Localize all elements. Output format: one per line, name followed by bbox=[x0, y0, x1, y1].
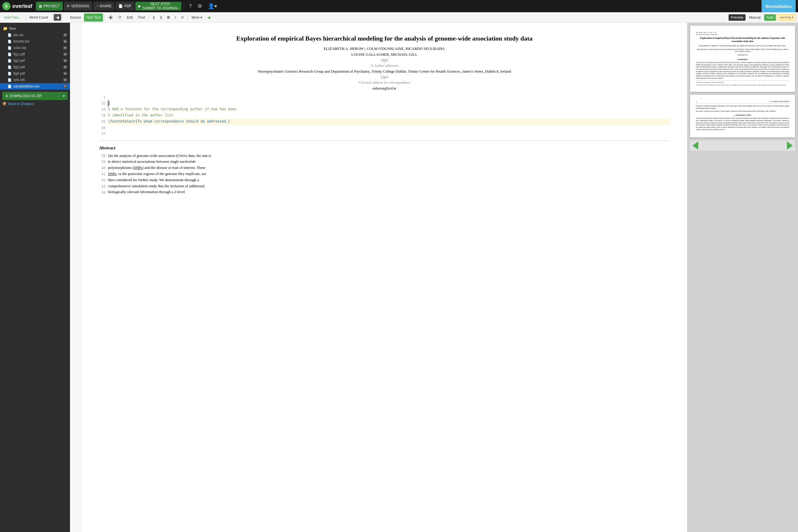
doc-bracket-1: [4pt] bbox=[99, 58, 670, 62]
preview-area: Biostatistics (2010), 0, 0, pp. 1–30 doi… bbox=[687, 23, 798, 532]
preview-journal: Biostatistics (2010), 0, 0, pp. 1–30 doi… bbox=[696, 32, 789, 36]
editor-line-34: % identified in the author list bbox=[108, 113, 670, 119]
insert-button[interactable]: ➕ bbox=[106, 14, 115, 22]
file-name: fig1.pdf bbox=[14, 52, 61, 56]
abstract-line-38: {In the analysis of genome-wide associat… bbox=[108, 153, 670, 159]
share-label: SHARE bbox=[99, 4, 111, 8]
editor-line-36 bbox=[108, 125, 670, 131]
folder-icon: 📁 bbox=[3, 26, 7, 31]
dropbox-label: Save to Dropbox bbox=[8, 102, 34, 106]
manual-button[interactable]: Manual bbox=[747, 14, 763, 21]
italic-button[interactable]: I bbox=[173, 14, 178, 22]
logo-icon: 6 bbox=[2, 2, 11, 10]
inline-editor-code[interactable]: | % Add a footnote for the corresponding… bbox=[108, 94, 670, 137]
prev-page-button[interactable] bbox=[692, 141, 698, 150]
file-name: samplebibtex.tex bbox=[14, 84, 61, 88]
editor-area: Exploration of empirical Bayes hierarchi… bbox=[70, 23, 687, 532]
rich-text-label: Rich Text bbox=[86, 16, 101, 20]
abstract-line-39: to detect statistical associations betwe… bbox=[108, 159, 670, 165]
files-folder[interactable]: 📁 files bbox=[0, 25, 70, 32]
download-zip-button[interactable]: ⬇ DOWNLOAD AS ZIP ▾ bbox=[2, 92, 68, 100]
auto-button[interactable]: Auto bbox=[764, 14, 776, 21]
file-type-icon: 📄 bbox=[7, 72, 12, 76]
sidebar-file-fig1-pdf[interactable]: 📄 fig1.pdf ▾ bbox=[0, 51, 70, 57]
biostatistics-button[interactable]: Biostatistics bbox=[762, 0, 796, 12]
share-button[interactable]: ↑ SHARE bbox=[93, 2, 114, 11]
sidebar-file-fig2-pdf[interactable]: 📄 fig2.pdf ▾ bbox=[0, 57, 70, 64]
versions-icon: ⟳ bbox=[67, 4, 70, 8]
doc-comment-2: % E-mail address for correspondence bbox=[99, 80, 670, 85]
file-dropdown-arrow[interactable]: ▾ bbox=[63, 65, 67, 69]
abstract-divider bbox=[99, 140, 670, 141]
next-page-button[interactable] bbox=[787, 141, 793, 150]
file-type-icon: 📄 bbox=[7, 33, 12, 37]
file-dropdown-arrow[interactable]: ▾ bbox=[63, 40, 67, 43]
editor-lines-section: 1 32 33 34 35 36 37 | % Add a footnote f… bbox=[99, 94, 670, 137]
sidebar-toggle-button[interactable]: ◀ bbox=[54, 14, 61, 21]
edit-button[interactable]: Edit bbox=[125, 14, 135, 22]
sidebar-file-bio-cls[interactable]: 📄 bio.cls ▾ bbox=[0, 32, 70, 38]
bold-button[interactable]: B bbox=[165, 14, 172, 22]
next-step-button[interactable]: ▶ NEXT STEP: SUBMIT TO JOURNAL bbox=[135, 2, 182, 11]
editor-line-37 bbox=[108, 131, 670, 137]
doc-authors-2: LOUISE GALLAGHER, MICHAEL GILL bbox=[99, 52, 670, 57]
sidebar-file-fig4-pdf[interactable]: 📄 fig4.pdf ▾ bbox=[0, 70, 70, 77]
section2-button[interactable]: § bbox=[158, 14, 165, 22]
sidebar-file-color-sty[interactable]: 📄 color.sty ▾ bbox=[0, 45, 70, 51]
more-button[interactable]: More ▾ bbox=[189, 14, 205, 22]
project-button[interactable]: ▦ PROJECT bbox=[36, 2, 63, 11]
file-type-icon: 📄 bbox=[7, 40, 12, 43]
file-dropdown-arrow[interactable]: ▾ bbox=[63, 84, 67, 88]
file-type-icon: 📄 bbox=[7, 53, 12, 56]
word-count-button[interactable]: Word Count bbox=[27, 14, 51, 21]
versions-button[interactable]: ⟳ VERSIONS bbox=[64, 2, 92, 11]
file-dropdown-arrow[interactable]: ▾ bbox=[63, 33, 67, 37]
file-name: fig3.pdf bbox=[14, 65, 61, 69]
rich-text-tab[interactable]: Rich Text bbox=[84, 14, 103, 22]
sidebar-file-samplebibtex-tex[interactable]: 📄 samplebibtex.tex ▾ bbox=[0, 83, 70, 90]
doc-bracket-2: [2pt] bbox=[99, 75, 670, 79]
logo-text: overleaf bbox=[12, 3, 32, 10]
preview-navigation bbox=[690, 140, 795, 151]
preview-keywords: Key words: Coronary artery disease; Croh… bbox=[696, 110, 789, 113]
file-dropdown-arrow[interactable]: ▾ bbox=[63, 72, 67, 75]
document-view[interactable]: Exploration of empirical Bayes hierarchi… bbox=[82, 23, 687, 532]
help-button[interactable]: ? bbox=[186, 2, 194, 11]
settings-button[interactable]: ⚙ bbox=[195, 2, 205, 11]
abstract-line-44: biologically relevant information throug… bbox=[108, 189, 670, 195]
file-dropdown-arrow[interactable]: ▾ bbox=[63, 59, 67, 62]
warning-badge[interactable]: warning ▾ bbox=[777, 15, 796, 20]
download-zip-arrow: ▾ bbox=[63, 94, 65, 98]
preview-button[interactable]: Preview bbox=[728, 14, 746, 21]
find-button[interactable]: Find bbox=[136, 14, 147, 22]
abstract-line-40: polymorphisms (SNPs) and the disease or … bbox=[108, 165, 670, 171]
add-files-button[interactable]: Add Files... bbox=[2, 14, 24, 21]
word-count-label: Word Count bbox=[30, 16, 48, 20]
sidebar-file-biorefs-bst[interactable]: 📄 biorefs.bst ▾ bbox=[0, 38, 70, 45]
save-dropbox-button[interactable]: 📦 Save to Dropbox bbox=[2, 102, 68, 106]
preview-authors: ELIZABETH A. HERON*, COLM O'DUSHLAINE, R… bbox=[696, 45, 789, 47]
preview-content: Biostatistics (2010), 0, 0, pp. 1–30 doi… bbox=[687, 23, 798, 532]
file-dropdown-arrow[interactable]: ▾ bbox=[63, 46, 67, 50]
share-icon: ↑ bbox=[96, 4, 98, 8]
math-button[interactable]: π bbox=[179, 14, 186, 22]
sidebar-file-fig3-pdf[interactable]: 📄 fig3.pdf ▾ bbox=[0, 64, 70, 70]
arrow-left-btn[interactable]: ◀ bbox=[205, 14, 212, 22]
sidebar-file-refs-bib[interactable]: 📄 refs.bib ▾ bbox=[0, 77, 70, 83]
doc-affiliation: Neuropsychiatric Genetics Research Group… bbox=[99, 69, 670, 74]
user-button[interactable]: 👤 ▾ bbox=[206, 2, 219, 11]
source-tab[interactable]: Source bbox=[68, 14, 83, 22]
pdf-button[interactable]: 📄 PDF bbox=[115, 2, 134, 11]
secondary-toolbar: Add Files... Word Count ◀ Source Rich Te… bbox=[0, 12, 798, 23]
file-dropdown-arrow[interactable]: ▾ bbox=[63, 53, 67, 56]
preview-affil: Neuropsychiatric Genetics Research Group… bbox=[696, 49, 789, 53]
history-button[interactable]: ⏱ bbox=[116, 14, 124, 22]
toolbar-sep-5 bbox=[188, 15, 188, 20]
abstract-title: Abstract bbox=[99, 146, 670, 151]
section-button[interactable]: § bbox=[151, 14, 157, 22]
preview-footnote: *To whom correspondence should be addres… bbox=[696, 80, 789, 86]
file-dropdown-arrow[interactable]: ▾ bbox=[63, 78, 67, 82]
top-bar: 6 overleaf ▦ PROJECT ⟳ VERSIONS ↑ SHARE … bbox=[0, 0, 798, 12]
preview-intro-text: Genome-wide association studies (GWASs) … bbox=[696, 117, 789, 131]
doc-title: Exploration of empirical Bayes hierarchi… bbox=[99, 34, 670, 43]
